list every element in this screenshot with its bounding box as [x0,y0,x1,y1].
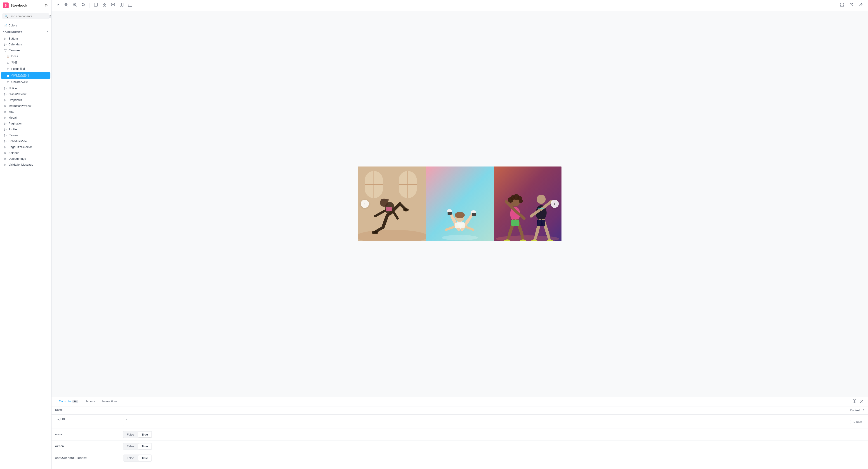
sidebar-item-label: Carousel [8,48,20,52]
tab-interactions[interactable]: Interactions [98,397,121,406]
components-section-header: COMPONENTS ⌃ [0,29,51,35]
app-logo: S Storybook [3,2,27,8]
svg-point-34 [372,231,378,234]
open-new-tab-button[interactable] [848,2,855,9]
svg-rect-29 [381,199,389,201]
reset-all-button[interactable]: ↺ [862,408,864,412]
sidebar-item-classpreview[interactable]: ▷ ClassPreview [1,91,51,97]
sidebar-item-validationmessage[interactable]: ▷ ValidationMessage [1,162,51,167]
carousel-next-button[interactable]: › [551,200,559,208]
sidebar-item-label: ScheduleView [8,139,27,143]
tab-actions-label: Actions [86,400,95,403]
control-value-imgurl: [ RAW [123,418,864,426]
sidebar-item-map[interactable]: ▷ Map [1,109,51,114]
showcurrentelement-true-option[interactable]: True [138,455,151,461]
panel-tabs: Controls 10 Actions Interactions [52,397,868,406]
sidebar-item-instructorpreview[interactable]: ▷ InstructorPreview [1,103,51,109]
split-view-button[interactable] [852,399,857,405]
sidebar-item-기본[interactable]: ◻ 기본 [1,59,51,66]
raw-button[interactable]: RAW [850,420,864,424]
showcurrentelement-toggle[interactable]: False True [123,455,152,462]
expand-button[interactable] [839,2,845,9]
sidebar-item-calendars[interactable]: ▷ Calendars [1,41,51,47]
sidebar-item-spinner[interactable]: ▷ Spinner [1,150,51,156]
view-dots-button[interactable] [127,2,133,9]
folder-icon: ▷ [4,128,7,131]
view-stacked-button[interactable] [110,2,116,9]
zoom-reset-button[interactable] [80,2,87,9]
arrow-toggle[interactable]: False True [123,443,152,450]
sidebar-item-pagination[interactable]: ▷ Pagination [1,121,51,126]
sidebar-item-label: UploadImage [8,157,26,160]
components-label: COMPONENTS [3,31,23,34]
sidebar-item-label: 어러요소표시 [11,73,29,77]
search-box[interactable]: 🔍 / [2,13,49,19]
sidebar-item-uploadimage[interactable]: ▷ UploadImage [1,156,51,162]
view-grid-button[interactable] [101,2,108,9]
sidebar-item-profile[interactable]: ▷ Profile [1,127,51,132]
tab-controls[interactable]: Controls 10 [55,397,82,406]
close-panel-button[interactable] [859,399,864,405]
folder-icon: ▷ [4,87,7,90]
search-input[interactable] [9,14,48,18]
showcurrentelement-false-option[interactable]: False [123,455,138,461]
svg-rect-50 [447,212,452,215]
refresh-button[interactable]: ↺ [55,2,61,8]
folder-icon: ▷ [4,134,7,137]
collapse-icon[interactable]: ⌃ [46,31,49,34]
carousel-prev-button[interactable]: ‹ [361,200,369,208]
sidebar-item-focus동작[interactable]: ◻ Focus동작 [1,66,51,72]
sidebar-item-dropdown[interactable]: ▷ Dropdown [1,97,51,103]
settings-button[interactable]: ⚙ [43,2,49,8]
folder-icon: ▷ [4,98,7,102]
svg-rect-18 [128,3,132,6]
control-row-showcurrentelement: showCurrentElement False True [52,452,868,464]
control-value-showcurrentelement: False True [123,455,864,462]
panel-tabs-left: Controls 10 Actions Interactions [55,397,121,406]
view-side-button[interactable] [118,2,125,9]
col-header-name: Name [55,408,123,412]
tab-actions[interactable]: Actions [82,397,99,406]
svg-rect-12 [103,5,104,6]
sidebar-item-label: Notice [8,87,17,90]
carousel-slide-2 [426,167,494,241]
folder-icon: ▷ [4,122,7,125]
main-content: ↺ [52,0,868,469]
zoom-out-button[interactable] [63,2,70,9]
sidebar-item-scheduleview[interactable]: ▷ ScheduleView [1,138,51,144]
move-toggle[interactable]: False True [123,431,152,438]
arrow-true-option[interactable]: True [138,443,151,449]
sidebar-item-어러요소표시[interactable]: ◼ 어러요소표시 [1,72,51,79]
tab-controls-label: Controls [59,400,71,403]
svg-rect-9 [94,3,97,6]
sidebar-item-carousel[interactable]: ▽ Carousel [1,47,51,53]
move-false-option[interactable]: False [123,432,138,437]
sidebar-item-label: Focus동작 [11,67,25,71]
sidebar-item-children사용[interactable]: ◻ Children사용 [1,79,51,85]
sidebar-item-docs[interactable]: 📋 Docs [1,53,51,59]
imgurl-textarea[interactable]: [ [123,418,848,426]
sidebar-item-pagesizeselector[interactable]: ▷ PageSizeSelector [1,144,51,150]
sidebar-item-review[interactable]: ▷ Review [1,132,51,138]
col-control-label: Control [850,409,860,412]
svg-point-73 [537,195,546,204]
move-true-option[interactable]: True [138,432,151,437]
app-name: Storybook [10,3,27,7]
folder-open-icon: ▽ [4,48,7,52]
view-single-button[interactable] [92,2,99,9]
sidebar-item-modal[interactable]: ▷ Modal [1,115,51,121]
sidebar-item-label: Calendars [8,43,22,46]
copy-link-button[interactable] [858,2,864,9]
sidebar-item-buttons[interactable]: ▷ Buttons [1,36,51,41]
folder-icon: ▷ [4,43,7,46]
svg-point-40 [442,235,478,240]
arrow-false-option[interactable]: False [123,443,138,449]
sidebar-item-notice[interactable]: ▷ Notice [1,86,51,91]
sidebar-item-label: Map [8,110,14,113]
svg-rect-11 [105,3,106,4]
sidebar-item-colors[interactable]: 📄 Colors [1,23,51,28]
sidebar-header: S Storybook ⚙ [0,0,51,11]
sidebar-item-label: ClassPreview [8,92,26,96]
svg-rect-83 [537,220,545,226]
zoom-in-button[interactable] [71,2,78,9]
